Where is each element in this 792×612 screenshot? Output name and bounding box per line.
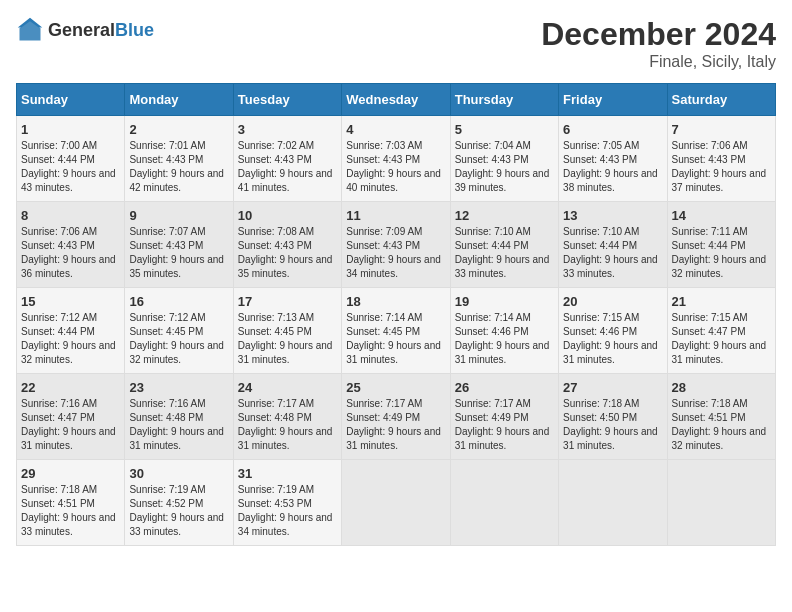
day-3: 3 Sunrise: 7:02 AMSunset: 4:43 PMDayligh… — [233, 116, 341, 202]
day-6: 6 Sunrise: 7:05 AMSunset: 4:43 PMDayligh… — [559, 116, 667, 202]
logo-text: GeneralBlue — [48, 20, 154, 41]
empty-cell — [559, 460, 667, 546]
header-saturday: Saturday — [667, 84, 775, 116]
day-26: 26 Sunrise: 7:17 AMSunset: 4:49 PMDaylig… — [450, 374, 558, 460]
day-29: 29 Sunrise: 7:18 AMSunset: 4:51 PMDaylig… — [17, 460, 125, 546]
header-friday: Friday — [559, 84, 667, 116]
day-16: 16 Sunrise: 7:12 AMSunset: 4:45 PMDaylig… — [125, 288, 233, 374]
day-8: 8 Sunrise: 7:06 AMSunset: 4:43 PMDayligh… — [17, 202, 125, 288]
day-24: 24 Sunrise: 7:17 AMSunset: 4:48 PMDaylig… — [233, 374, 341, 460]
day-14: 14 Sunrise: 7:11 AMSunset: 4:44 PMDaylig… — [667, 202, 775, 288]
day-31: 31 Sunrise: 7:19 AMSunset: 4:53 PMDaylig… — [233, 460, 341, 546]
day-1: 1 Sunrise: 7:00 AMSunset: 4:44 PMDayligh… — [17, 116, 125, 202]
month-title: December 2024 — [541, 16, 776, 53]
logo: GeneralBlue — [16, 16, 154, 44]
day-5: 5 Sunrise: 7:04 AMSunset: 4:43 PMDayligh… — [450, 116, 558, 202]
header-row: Sunday Monday Tuesday Wednesday Thursday… — [17, 84, 776, 116]
day-12: 12 Sunrise: 7:10 AMSunset: 4:44 PMDaylig… — [450, 202, 558, 288]
table-row: 22 Sunrise: 7:16 AMSunset: 4:47 PMDaylig… — [17, 374, 776, 460]
day-4: 4 Sunrise: 7:03 AMSunset: 4:43 PMDayligh… — [342, 116, 450, 202]
header-sunday: Sunday — [17, 84, 125, 116]
day-15: 15 Sunrise: 7:12 AMSunset: 4:44 PMDaylig… — [17, 288, 125, 374]
day-28: 28 Sunrise: 7:18 AMSunset: 4:51 PMDaylig… — [667, 374, 775, 460]
day-27: 27 Sunrise: 7:18 AMSunset: 4:50 PMDaylig… — [559, 374, 667, 460]
day-13: 13 Sunrise: 7:10 AMSunset: 4:44 PMDaylig… — [559, 202, 667, 288]
calendar-table: Sunday Monday Tuesday Wednesday Thursday… — [16, 83, 776, 546]
header-monday: Monday — [125, 84, 233, 116]
empty-cell — [450, 460, 558, 546]
table-row: 29 Sunrise: 7:18 AMSunset: 4:51 PMDaylig… — [17, 460, 776, 546]
day-20: 20 Sunrise: 7:15 AMSunset: 4:46 PMDaylig… — [559, 288, 667, 374]
header-wednesday: Wednesday — [342, 84, 450, 116]
day-7: 7 Sunrise: 7:06 AMSunset: 4:43 PMDayligh… — [667, 116, 775, 202]
location-title: Finale, Sicily, Italy — [541, 53, 776, 71]
day-18: 18 Sunrise: 7:14 AMSunset: 4:45 PMDaylig… — [342, 288, 450, 374]
day-23: 23 Sunrise: 7:16 AMSunset: 4:48 PMDaylig… — [125, 374, 233, 460]
svg-marker-0 — [20, 20, 41, 41]
page-header: GeneralBlue December 2024 Finale, Sicily… — [16, 16, 776, 71]
day-21: 21 Sunrise: 7:15 AMSunset: 4:47 PMDaylig… — [667, 288, 775, 374]
day-2: 2 Sunrise: 7:01 AMSunset: 4:43 PMDayligh… — [125, 116, 233, 202]
table-row: 1 Sunrise: 7:00 AMSunset: 4:44 PMDayligh… — [17, 116, 776, 202]
table-row: 15 Sunrise: 7:12 AMSunset: 4:44 PMDaylig… — [17, 288, 776, 374]
title-section: December 2024 Finale, Sicily, Italy — [541, 16, 776, 71]
day-22: 22 Sunrise: 7:16 AMSunset: 4:47 PMDaylig… — [17, 374, 125, 460]
day-30: 30 Sunrise: 7:19 AMSunset: 4:52 PMDaylig… — [125, 460, 233, 546]
table-row: 8 Sunrise: 7:06 AMSunset: 4:43 PMDayligh… — [17, 202, 776, 288]
day-9: 9 Sunrise: 7:07 AMSunset: 4:43 PMDayligh… — [125, 202, 233, 288]
day-10: 10 Sunrise: 7:08 AMSunset: 4:43 PMDaylig… — [233, 202, 341, 288]
header-thursday: Thursday — [450, 84, 558, 116]
logo-icon — [16, 16, 44, 44]
empty-cell — [342, 460, 450, 546]
day-17: 17 Sunrise: 7:13 AMSunset: 4:45 PMDaylig… — [233, 288, 341, 374]
header-tuesday: Tuesday — [233, 84, 341, 116]
logo-blue: Blue — [115, 20, 154, 40]
day-11: 11 Sunrise: 7:09 AMSunset: 4:43 PMDaylig… — [342, 202, 450, 288]
day-19: 19 Sunrise: 7:14 AMSunset: 4:46 PMDaylig… — [450, 288, 558, 374]
empty-cell — [667, 460, 775, 546]
logo-general: General — [48, 20, 115, 40]
day-25: 25 Sunrise: 7:17 AMSunset: 4:49 PMDaylig… — [342, 374, 450, 460]
